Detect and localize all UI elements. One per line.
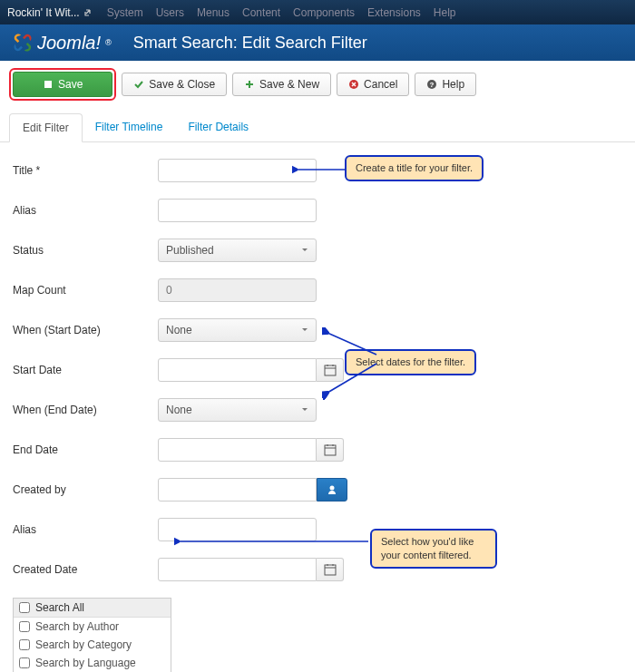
created-date-calendar-button[interactable] [317,558,344,581]
end-date-label: End Date [13,443,158,456]
svg-line-9 [327,364,376,393]
filter-by-language[interactable]: Search by Language [14,654,171,672]
select-user-button[interactable] [317,478,347,502]
svg-rect-4 [325,445,336,455]
svg-text:?: ? [430,81,435,89]
tab-filter-timeline[interactable]: Filter Timeline [83,113,176,141]
when-end-label: When (End Date) [13,404,158,416]
menu-help[interactable]: Help [434,6,456,19]
menu-components[interactable]: Components [293,6,355,19]
created-date-input[interactable] [158,558,317,581]
toolbar: Save Save & Close Save & New Cancel ? He… [0,61,635,108]
calendar-icon [324,563,337,576]
alias2-label: Alias [13,523,158,536]
logo-text: Joomla! [37,33,101,54]
cancel-button[interactable]: Cancel [337,73,409,96]
save-close-button[interactable]: Save & Close [122,73,227,96]
chevron-down-icon [301,406,308,414]
menu-users[interactable]: Users [156,6,184,19]
menu-system[interactable]: System [107,6,143,19]
status-select[interactable]: Published [158,239,317,262]
menu-content[interactable]: Content [242,6,280,19]
edit-filter-form: Title * Alias Status Published Map Count… [0,142,635,672]
search-all-checkbox[interactable] [19,602,30,613]
category-checkbox[interactable] [19,639,30,650]
plus-icon [244,79,255,90]
help-icon: ? [426,79,437,90]
user-icon [326,483,338,496]
save-highlight: Save [9,68,116,101]
admin-topbar: Rockin' It Wit... System Users Menus Con… [0,0,635,24]
alias-input[interactable] [158,199,317,222]
tab-edit-filter[interactable]: Edit Filter [9,113,83,142]
svg-rect-6 [325,565,336,575]
filter-by-category[interactable]: Search by Category [14,636,171,654]
page-title: Smart Search: Edit Search Filter [133,34,367,53]
filter-tree[interactable]: Search All Search by Author Search by Ca… [13,598,171,672]
menu-extensions[interactable]: Extensions [367,6,421,19]
menu-menus[interactable]: Menus [197,6,230,19]
joomla-logo-icon [13,33,33,53]
filter-by-author[interactable]: Search by Author [14,618,171,636]
calendar-icon [324,443,337,456]
chevron-down-icon [301,326,308,334]
external-link-icon [83,7,94,18]
start-date-input[interactable] [158,358,317,382]
apply-icon [43,79,54,90]
map-count-input [158,278,317,302]
created-date-label: Created Date [13,563,158,576]
cancel-icon [348,79,359,90]
save-new-button[interactable]: Save & New [232,73,331,96]
end-date-calendar-button[interactable] [317,438,344,462]
when-start-label: When (Start Date) [13,324,158,336]
tab-filter-details[interactable]: Filter Details [175,113,261,141]
when-end-select[interactable]: None [158,398,317,422]
svg-line-8 [327,333,376,355]
map-count-label: Map Count [13,284,158,297]
end-date-input[interactable] [158,438,317,462]
when-start-select[interactable]: None [158,318,317,342]
language-checkbox[interactable] [19,657,30,668]
start-date-label: Start Date [13,364,158,376]
check-icon [133,79,144,90]
chevron-down-icon [301,247,308,254]
created-by-input [158,478,317,502]
callout-title: Create a title for your filter. [345,155,484,181]
svg-point-5 [330,486,335,491]
author-checkbox[interactable] [19,621,30,632]
save-button[interactable]: Save [13,72,112,97]
tabs: Edit Filter Filter Timeline Filter Detai… [0,113,635,142]
callout-filter: Select how you'd like your content filte… [370,529,497,569]
site-name[interactable]: Rockin' It Wit... [7,6,94,19]
status-label: Status [13,244,158,257]
joomla-logo: Joomla!® [13,33,112,54]
help-button[interactable]: ? Help [415,73,476,96]
filter-search-all[interactable]: Search All [14,599,171,618]
title-label: Title * [13,164,158,177]
content: Title * Alias Status Published Map Count… [0,142,635,672]
alias-label: Alias [13,204,158,217]
page-header: Joomla!® Smart Search: Edit Search Filte… [0,24,635,61]
created-by-label: Created by [13,483,158,496]
